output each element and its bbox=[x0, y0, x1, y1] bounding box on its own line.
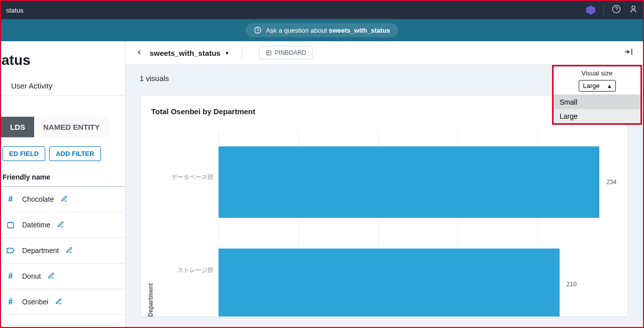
number-icon: # bbox=[6, 195, 15, 204]
visual-size-option-small[interactable]: Small bbox=[554, 95, 640, 109]
pinboard-button[interactable]: PINBOARD bbox=[259, 46, 313, 59]
chart-plot-area: 234 210 bbox=[219, 131, 617, 317]
ask-question-banner: Ask a question about sweets_with_status bbox=[1, 19, 643, 41]
q-circle-icon bbox=[254, 26, 262, 34]
top-app-header: status bbox=[1, 1, 643, 19]
visual-size-option-large[interactable]: Large bbox=[554, 109, 640, 123]
bar-value-0: 234 bbox=[606, 179, 616, 186]
field-label: Osenbei bbox=[22, 298, 48, 306]
field-row-datetime[interactable]: Datetime bbox=[1, 212, 125, 238]
tab-user-activity[interactable]: User Activity bbox=[1, 76, 63, 95]
field-row-osenbei[interactable]: # Osenbei bbox=[1, 289, 125, 315]
friendly-name-header: Friendly name bbox=[1, 168, 125, 187]
subtab-named-entity[interactable]: NAMED ENTITY bbox=[34, 117, 109, 137]
ask-prefix: Ask a question about bbox=[266, 27, 327, 34]
caret-up-icon: ▴ bbox=[608, 82, 611, 90]
breadcrumb-topic[interactable]: sweets_with_status ▼ bbox=[150, 49, 230, 57]
back-chevron-icon[interactable] bbox=[136, 48, 143, 58]
svg-point-2 bbox=[632, 6, 635, 9]
bar-value-1: 210 bbox=[567, 281, 577, 288]
field-label: Donut bbox=[22, 272, 41, 280]
left-sidebar: atus User Activity LDS NAMED ENTITY ED F… bbox=[1, 41, 126, 327]
number-icon: # bbox=[6, 272, 15, 281]
visual-size-panel: Visual size Large ▴ Small Large bbox=[552, 65, 642, 125]
help-icon[interactable] bbox=[612, 5, 621, 16]
svg-rect-7 bbox=[266, 51, 271, 55]
edit-icon[interactable] bbox=[57, 221, 64, 229]
content-header: sweets_with_status ▼ PINBOARD bbox=[126, 41, 643, 65]
field-row-department[interactable]: Department bbox=[1, 238, 125, 264]
topic-title-fragment: atus bbox=[1, 41, 125, 76]
svg-rect-4 bbox=[8, 222, 14, 228]
subtab-fields[interactable]: LDS bbox=[1, 117, 34, 137]
bar-1[interactable] bbox=[219, 249, 560, 317]
add-filter-button[interactable]: ADD FILTER bbox=[49, 146, 100, 161]
collapse-panel-icon[interactable] bbox=[624, 47, 633, 59]
tag-icon bbox=[6, 246, 15, 255]
visual-size-select[interactable]: Large ▴ bbox=[579, 80, 616, 92]
edit-icon[interactable] bbox=[55, 298, 62, 306]
field-label: Chocolate bbox=[22, 195, 54, 203]
ask-question-pill[interactable]: Ask a question about sweets_with_status bbox=[246, 23, 398, 37]
edit-icon[interactable] bbox=[66, 247, 73, 255]
pin-icon bbox=[266, 50, 272, 56]
number-icon: # bbox=[6, 297, 15, 306]
header-divider bbox=[603, 5, 604, 15]
y-axis-label: Department bbox=[142, 283, 159, 317]
field-row-chocolate[interactable]: # Chocolate bbox=[1, 187, 125, 212]
calendar-icon bbox=[6, 220, 15, 229]
header-divider bbox=[242, 47, 242, 59]
header-title-fragment: status bbox=[6, 7, 24, 14]
bar-0[interactable] bbox=[219, 146, 599, 218]
visual-size-label: Visual size bbox=[554, 66, 640, 79]
chart-title: Total Osenbei by Department bbox=[151, 107, 617, 116]
calculated-field-button[interactable]: ED FIELD bbox=[3, 146, 45, 161]
field-label: Datetime bbox=[22, 221, 50, 229]
category-label-0: データベース部 bbox=[151, 131, 213, 224]
q-hex-icon[interactable] bbox=[586, 6, 595, 15]
category-label-1: ストレージ部 bbox=[151, 224, 213, 317]
ask-topic: sweets_with_status bbox=[329, 27, 390, 34]
field-label: Department bbox=[22, 247, 59, 255]
edit-icon[interactable] bbox=[61, 195, 68, 204]
content-area: sweets_with_status ▼ PINBOARD 1 visuals … bbox=[126, 41, 643, 327]
edit-icon[interactable] bbox=[48, 272, 55, 281]
caret-down-icon: ▼ bbox=[225, 50, 230, 56]
field-row-donut[interactable]: # Donut bbox=[1, 264, 125, 289]
user-icon[interactable] bbox=[629, 5, 638, 16]
chart-card: Total Osenbei by Department Department デ… bbox=[141, 96, 628, 317]
